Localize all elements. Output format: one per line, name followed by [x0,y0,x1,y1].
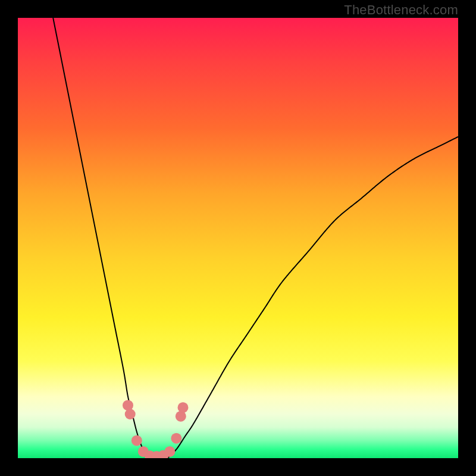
data-marker [164,446,175,457]
plot-area [18,18,458,458]
marker-layer [123,400,189,458]
data-marker [178,402,189,413]
series-left-curve [53,18,150,458]
watermark-text: TheBottleneck.com [344,2,458,18]
chart-frame: TheBottleneck.com [0,0,476,476]
data-marker [125,409,136,419]
chart-svg [18,18,458,458]
data-marker [131,435,142,446]
series-right-curve [168,137,458,458]
data-marker [171,433,181,444]
curve-layer [53,18,458,458]
